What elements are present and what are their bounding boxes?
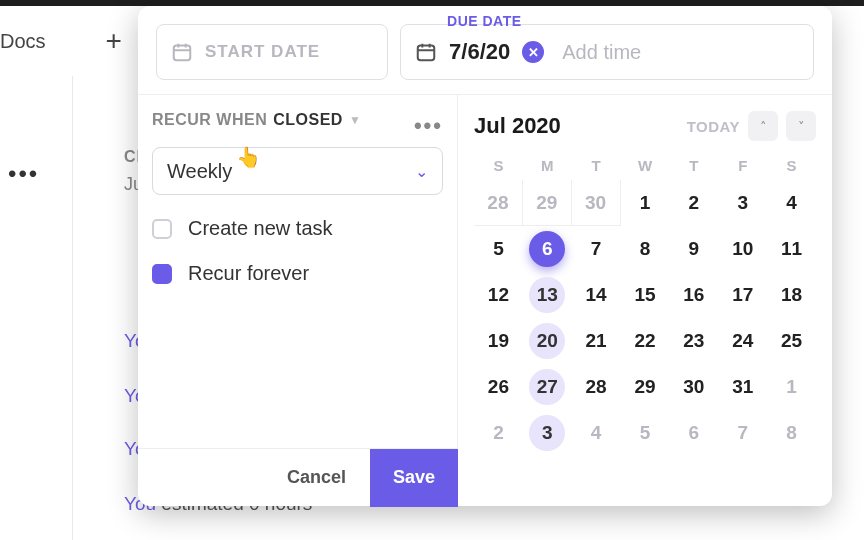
date-recurrence-modal: START DATE DUE DATE 7/6/20 ✕ Add time RE…: [138, 6, 832, 506]
due-date-field[interactable]: DUE DATE 7/6/20 ✕ Add time: [400, 24, 814, 80]
calendar-day[interactable]: 4: [767, 180, 816, 226]
dow-label: F: [718, 151, 767, 180]
add-time-button[interactable]: Add time: [562, 41, 641, 64]
calendar-day[interactable]: 8: [621, 226, 670, 272]
dow-label: S: [767, 151, 816, 180]
calendar-day[interactable]: 5: [621, 410, 670, 456]
start-date-placeholder: START DATE: [205, 42, 320, 62]
calendar-day[interactable]: 16: [669, 272, 718, 318]
calendar-day[interactable]: 30: [669, 364, 718, 410]
calendar-day[interactable]: 29: [523, 180, 572, 226]
prev-month-button[interactable]: ˄: [748, 111, 778, 141]
cancel-button[interactable]: Cancel: [267, 467, 366, 488]
more-icon[interactable]: •••: [8, 160, 39, 188]
calendar-day[interactable]: 7: [718, 410, 767, 456]
calendar-day[interactable]: 24: [718, 318, 767, 364]
option-label: Create new task: [188, 217, 333, 240]
calendar-day[interactable]: 6: [669, 410, 718, 456]
calendar-pane: Jul 2020 TODAY ˄ ˅ SMTWTFS 2829301234567…: [458, 95, 832, 506]
option-label: Recur forever: [188, 262, 309, 285]
calendar-day[interactable]: 22: [621, 318, 670, 364]
calendar-day[interactable]: 15: [621, 272, 670, 318]
calendar-day[interactable]: 31: [718, 364, 767, 410]
calendar-day[interactable]: 30: [572, 180, 621, 226]
create-new-task-option[interactable]: Create new task: [152, 217, 443, 240]
vertical-separator: [72, 76, 73, 540]
dow-row: SMTWTFS: [474, 151, 816, 180]
recur-prefix: RECUR WHEN: [152, 111, 267, 129]
modal-footer: Cancel Save: [138, 448, 458, 506]
calendar-day[interactable]: 29: [621, 364, 670, 410]
frequency-select[interactable]: Weekly ⌄: [152, 147, 443, 195]
calendar-month-label: Jul 2020: [474, 113, 561, 139]
dow-label: S: [474, 151, 523, 180]
calendar-day[interactable]: 17: [718, 272, 767, 318]
calendar-day[interactable]: 3: [523, 410, 572, 456]
calendar-day[interactable]: 25: [767, 318, 816, 364]
calendar-day[interactable]: 26: [474, 364, 523, 410]
frequency-value: Weekly: [167, 160, 232, 183]
recur-trigger-dropdown[interactable]: RECUR WHEN CLOSED ▼: [152, 111, 443, 129]
calendar-day[interactable]: 2: [474, 410, 523, 456]
recur-state: CLOSED: [273, 111, 343, 129]
calendar-day[interactable]: 9: [669, 226, 718, 272]
svg-rect-1: [418, 46, 435, 61]
calendar-day[interactable]: 28: [572, 364, 621, 410]
due-date-value: 7/6/20: [449, 39, 510, 65]
calendar-day[interactable]: 13: [523, 272, 572, 318]
calendar-icon: [171, 41, 193, 63]
recurrence-pane: RECUR WHEN CLOSED ▼ ••• Weekly ⌄ 👆 Creat…: [138, 95, 458, 506]
calendar-grid: SMTWTFS 28293012345678910111213141516171…: [474, 151, 816, 456]
calendar-day[interactable]: 4: [572, 410, 621, 456]
chevron-down-icon: ▼: [349, 113, 361, 127]
save-button[interactable]: Save: [370, 449, 458, 507]
calendar-day[interactable]: 7: [572, 226, 621, 272]
calendar-day[interactable]: 5: [474, 226, 523, 272]
dow-label: W: [621, 151, 670, 180]
calendar-day[interactable]: 6: [523, 226, 572, 272]
calendar-icon: [415, 41, 437, 63]
calendar-day[interactable]: 8: [767, 410, 816, 456]
calendar-day[interactable]: 23: [669, 318, 718, 364]
calendar-day[interactable]: 1: [621, 180, 670, 226]
dow-label: T: [572, 151, 621, 180]
calendar-day[interactable]: 12: [474, 272, 523, 318]
calendar-day[interactable]: 28: [474, 180, 523, 226]
checkbox-unchecked[interactable]: [152, 219, 172, 239]
date-fields-row: START DATE DUE DATE 7/6/20 ✕ Add time: [138, 6, 832, 94]
calendar-controls: TODAY ˄ ˅: [687, 111, 816, 141]
calendar-day[interactable]: 14: [572, 272, 621, 318]
today-button[interactable]: TODAY: [687, 118, 740, 135]
calendar-day[interactable]: 1: [767, 364, 816, 410]
calendar-day[interactable]: 10: [718, 226, 767, 272]
next-month-button[interactable]: ˅: [786, 111, 816, 141]
calendar-day[interactable]: 21: [572, 318, 621, 364]
dow-label: M: [523, 151, 572, 180]
modal-body: RECUR WHEN CLOSED ▼ ••• Weekly ⌄ 👆 Creat…: [138, 94, 832, 506]
chevron-down-icon: ⌄: [415, 162, 428, 181]
calendar-day[interactable]: 19: [474, 318, 523, 364]
add-view-button[interactable]: +: [106, 25, 122, 57]
clear-due-date-button[interactable]: ✕: [522, 41, 544, 63]
docs-tab[interactable]: Docs: [0, 30, 46, 53]
more-options-button[interactable]: •••: [414, 113, 443, 139]
calendar-day[interactable]: 3: [718, 180, 767, 226]
calendar-day[interactable]: 11: [767, 226, 816, 272]
calendar-day[interactable]: 18: [767, 272, 816, 318]
due-date-label: DUE DATE: [447, 13, 522, 29]
checkbox-checked[interactable]: [152, 264, 172, 284]
calendar-day[interactable]: 2: [669, 180, 718, 226]
svg-rect-0: [174, 46, 191, 61]
calendar-header: Jul 2020 TODAY ˄ ˅: [474, 111, 816, 141]
calendar-day[interactable]: 27: [523, 364, 572, 410]
calendar-day[interactable]: 20: [523, 318, 572, 364]
dow-label: T: [669, 151, 718, 180]
start-date-field[interactable]: START DATE: [156, 24, 388, 80]
recur-forever-option[interactable]: Recur forever: [152, 262, 443, 285]
